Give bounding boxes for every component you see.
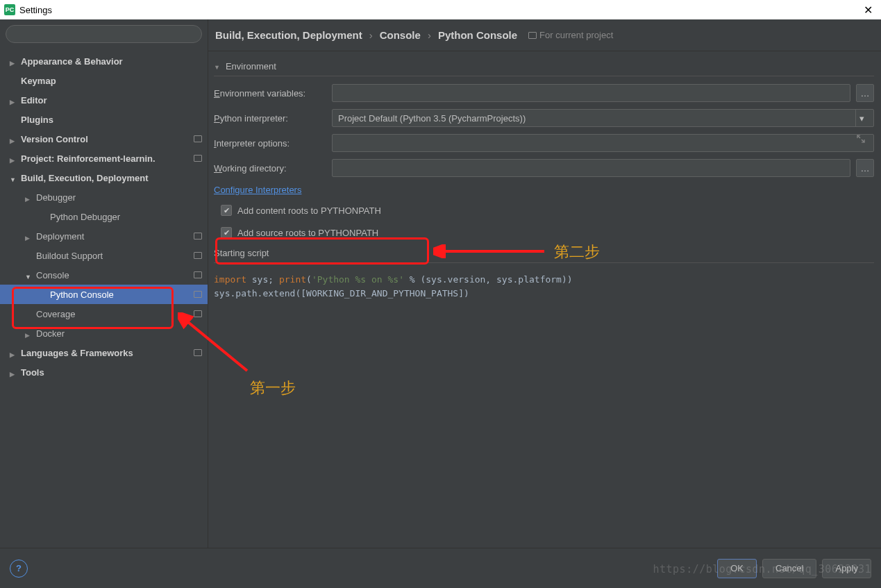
envvars-browse-button[interactable]: …: [856, 84, 874, 102]
workdir-label: Working directory:: [214, 163, 326, 174]
project-scope-icon: [194, 349, 202, 356]
project-scope-icon: [194, 155, 202, 162]
tree-item-deployment[interactable]: Deployment: [0, 226, 208, 246]
tree-item-appearance-behavior[interactable]: Appearance & Behavior: [0, 51, 208, 71]
row-check-content-roots[interactable]: ✔ Add content roots to PYTHONPATH: [214, 199, 874, 221]
search-wrap: [0, 19, 208, 49]
tree-item-python-debugger[interactable]: Python Debugger: [0, 207, 208, 226]
expand-icon[interactable]: [857, 135, 865, 143]
tree-item-plugins[interactable]: Plugins: [0, 110, 208, 129]
tree-item-label: Python Console: [50, 289, 191, 300]
configure-link[interactable]: Configure Interpreters: [214, 185, 301, 195]
tree-item-label: Version Control: [21, 134, 191, 144]
chevron-down-icon: [214, 61, 223, 72]
tree-item-label: Console: [36, 270, 191, 280]
tree-item-editor[interactable]: Editor: [0, 90, 208, 110]
tree-item-docker[interactable]: Docker: [0, 324, 208, 343]
starting-script-label: Starting script: [214, 244, 874, 263]
chevron-right-icon[interactable]: [25, 329, 33, 337]
chevron-right-icon[interactable]: [10, 96, 18, 104]
project-scope-icon: [194, 233, 202, 240]
code-line-1: import sys; print('Python %s on %s' % (s…: [214, 273, 874, 287]
chevron-right-icon[interactable]: [10, 135, 18, 143]
app-icon: PC: [4, 4, 15, 15]
tree-item-buildout-support[interactable]: Buildout Support: [0, 246, 208, 265]
spacer: [10, 76, 18, 85]
project-scope-icon: [194, 291, 202, 298]
tree-item-label: Keymap: [21, 76, 202, 86]
tree-item-tools[interactable]: Tools: [0, 362, 208, 382]
row-workdir: Working directory: …: [214, 156, 874, 180]
chevron-right-icon[interactable]: [10, 57, 18, 65]
settings-tree: Appearance & BehaviorKeymapEditorPlugins…: [0, 49, 208, 548]
interpreter-value: Project Default (Python 3.5 (PycharmProj…: [338, 113, 526, 124]
project-icon: [528, 32, 537, 39]
tree-item-label: Debugger: [36, 192, 202, 203]
tree-item-languages-frameworks[interactable]: Languages & Frameworks: [0, 343, 208, 362]
tree-item-build-execution-deployment[interactable]: Build, Execution, Deployment: [0, 168, 208, 187]
project-scope-icon: [194, 310, 202, 317]
envvars-field[interactable]: [332, 84, 850, 102]
tree-item-label: Build, Execution, Deployment: [21, 173, 202, 183]
tree-item-label: Languages & Frameworks: [21, 348, 191, 358]
breadcrumb: Build, Execution, Deployment › Console ›…: [208, 19, 881, 51]
row-check-source-roots[interactable]: ✔ Add source roots to PYTHONPATH: [214, 221, 874, 244]
tree-item-project-reinforcement-learnin[interactable]: Project: Reinforcement-learnin.: [0, 149, 208, 168]
crumb-3: Python Console: [438, 29, 517, 41]
checkbox-checked-icon[interactable]: ✔: [221, 205, 232, 216]
chevron-right-icon: ›: [428, 29, 431, 41]
spacer: [39, 212, 47, 221]
titlebar: PC Settings ✕: [0, 0, 881, 19]
workdir-field[interactable]: [332, 159, 850, 177]
tree-item-label: Tools: [21, 367, 202, 378]
help-button[interactable]: ?: [10, 560, 28, 578]
row-envvars: Environment variables: …: [214, 81, 874, 106]
check-source-label: Add source roots to PYTHONPATH: [237, 228, 378, 238]
chevron-right-icon[interactable]: [25, 232, 33, 240]
chevron-right-icon[interactable]: [10, 154, 18, 162]
project-badge: For current project: [528, 30, 613, 40]
workdir-browse-button[interactable]: …: [856, 159, 874, 177]
interpreter-combo[interactable]: Project Default (Python 3.5 (PycharmProj…: [332, 109, 874, 127]
row-interpreter: Python interpreter: Project Default (Pyt…: [214, 106, 874, 131]
starting-script-editor[interactable]: import sys; print('Python %s on %s' % (s…: [214, 270, 874, 303]
tree-item-label: Deployment: [36, 231, 191, 242]
code-line-2: sys.path.extend([WORKING_DIR_AND_PYTHON_…: [214, 287, 874, 301]
close-icon[interactable]: ✕: [859, 3, 877, 17]
tree-item-label: Buildout Support: [36, 251, 191, 261]
search-input[interactable]: [6, 25, 202, 43]
check-content-label: Add content roots to PYTHONPATH: [237, 205, 381, 216]
tree-item-label: Plugins: [21, 115, 202, 125]
tree-item-console[interactable]: Console: [0, 265, 208, 285]
tree-item-label: Docker: [36, 328, 202, 339]
tree-item-label: Project: Reinforcement-learnin.: [21, 153, 191, 164]
row-interpreter-options: Interpreter options:: [214, 131, 874, 156]
chevron-down-icon[interactable]: [10, 174, 18, 182]
tree-item-python-console[interactable]: Python Console: [0, 285, 208, 304]
checkbox-checked-icon[interactable]: ✔: [221, 227, 232, 238]
options-field[interactable]: [332, 134, 874, 152]
section-environment[interactable]: Environment: [214, 57, 874, 76]
tree-item-debugger[interactable]: Debugger: [0, 187, 208, 207]
chevron-right-icon[interactable]: [25, 193, 33, 201]
envvars-label: Environment variables:: [214, 88, 326, 99]
watermark: https://blog.csdn.net/qq_30622831: [653, 563, 871, 576]
tree-item-label: Appearance & Behavior: [21, 56, 202, 67]
tree-item-label: Python Debugger: [50, 212, 202, 222]
tree-item-coverage[interactable]: Coverage: [0, 304, 208, 324]
chevron-right-icon[interactable]: [10, 368, 18, 376]
window-title: Settings: [19, 5, 52, 15]
spacer: [25, 251, 33, 260]
crumb-1[interactable]: Build, Execution, Deployment: [215, 29, 362, 41]
chevron-down-icon[interactable]: [25, 271, 33, 279]
crumb-2[interactable]: Console: [380, 29, 421, 41]
tree-item-keymap[interactable]: Keymap: [0, 71, 208, 90]
chevron-right-icon[interactable]: [10, 348, 18, 357]
section-label: Environment: [226, 61, 276, 72]
options-label: Interpreter options:: [214, 138, 326, 149]
tree-item-version-control[interactable]: Version Control: [0, 129, 208, 149]
row-configure: Configure Interpreters: [214, 180, 874, 199]
sidebar: Appearance & BehaviorKeymapEditorPlugins…: [0, 19, 208, 548]
project-scope-icon: [194, 271, 202, 278]
annotation-text-1: 第一步: [250, 378, 296, 398]
